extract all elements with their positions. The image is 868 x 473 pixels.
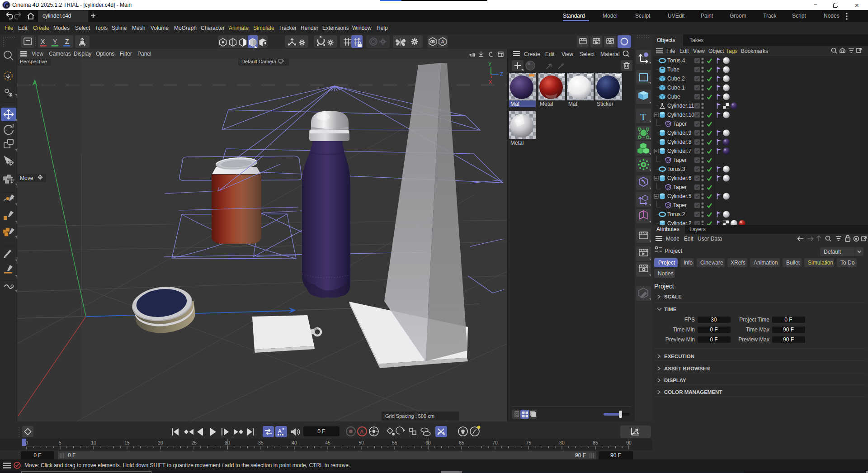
- svg-text:50: 50: [359, 440, 364, 445]
- svg-text:Project: Project: [654, 283, 674, 290]
- svg-text:View: View: [561, 51, 573, 57]
- svg-text:Default Camera: Default Camera: [241, 59, 277, 64]
- svg-text:Taper: Taper: [673, 121, 687, 127]
- svg-text:30: 30: [711, 317, 717, 323]
- svg-text:75: 75: [526, 440, 531, 445]
- svg-text:Edit: Edit: [684, 236, 693, 242]
- svg-text:10: 10: [91, 440, 96, 445]
- svg-text:Project: Project: [658, 260, 675, 266]
- svg-text:TIME: TIME: [664, 307, 677, 312]
- svg-text:Nodes: Nodes: [658, 270, 674, 277]
- svg-text:Grid Spacing : 500 cm: Grid Spacing : 500 cm: [385, 413, 434, 419]
- svg-text:Metal: Metal: [510, 140, 524, 146]
- svg-text:Cylinder.5: Cylinder.5: [667, 193, 692, 199]
- svg-text:Bookmarks: Bookmarks: [741, 48, 768, 54]
- svg-text:0: 0: [25, 440, 28, 445]
- svg-text:X: X: [489, 79, 492, 85]
- svg-text:30: 30: [225, 440, 230, 445]
- svg-text:0 F: 0 F: [68, 452, 75, 459]
- svg-text:To Do: To Do: [840, 260, 855, 266]
- svg-text:Objects: Objects: [657, 37, 675, 43]
- svg-text:Time Min: Time Min: [673, 326, 695, 333]
- svg-text:40: 40: [292, 440, 297, 445]
- svg-text:Mat: Mat: [568, 101, 578, 107]
- svg-text:Project: Project: [665, 248, 682, 254]
- svg-text:85: 85: [593, 440, 598, 445]
- svg-text:Torus.4: Torus.4: [667, 57, 685, 64]
- svg-text:Tube: Tube: [667, 66, 679, 73]
- svg-text:Cube: Cube: [667, 94, 680, 100]
- svg-text:Takes: Takes: [689, 37, 703, 43]
- svg-text:Edit: Edit: [679, 48, 689, 54]
- svg-text:Default: Default: [824, 249, 841, 255]
- svg-text:Object: Object: [708, 48, 724, 54]
- svg-text:SCALE: SCALE: [664, 294, 682, 299]
- svg-text:Create: Create: [524, 51, 540, 57]
- svg-text:90 F: 90 F: [610, 452, 621, 459]
- svg-text:90 F: 90 F: [575, 452, 586, 459]
- svg-text:Edit: Edit: [545, 51, 555, 57]
- svg-text:A: A: [441, 39, 445, 44]
- svg-text:Torus.2: Torus.2: [667, 211, 685, 218]
- svg-text:Torus.3: Torus.3: [667, 166, 685, 172]
- svg-text:Layers: Layers: [689, 226, 706, 232]
- svg-text:EXECUTION: EXECUTION: [664, 354, 694, 359]
- svg-text:Preview Max: Preview Max: [738, 336, 769, 343]
- svg-text:Perspective: Perspective: [20, 59, 47, 64]
- svg-text:90 F: 90 F: [783, 336, 794, 343]
- svg-text:Z: Z: [65, 38, 69, 45]
- svg-text:Tags: Tags: [726, 48, 737, 54]
- svg-text:90: 90: [626, 440, 632, 445]
- svg-text:Sticker: Sticker: [597, 101, 613, 107]
- svg-text:DISPLAY: DISPLAY: [664, 378, 686, 383]
- svg-text:COLOR MANAGEMENT: COLOR MANAGEMENT: [664, 389, 722, 395]
- svg-text:Cylinder.10: Cylinder.10: [667, 112, 694, 118]
- svg-text:View: View: [693, 48, 705, 54]
- svg-text:Y: Y: [53, 38, 57, 45]
- svg-text:Select: Select: [580, 51, 595, 57]
- svg-text:Cylinder.6: Cylinder.6: [667, 175, 692, 181]
- svg-text:Cube.1: Cube.1: [667, 85, 685, 91]
- svg-text:Taper: Taper: [673, 184, 687, 190]
- svg-text:20: 20: [158, 440, 163, 445]
- svg-text:A: A: [278, 428, 282, 434]
- svg-text:Mat: Mat: [510, 101, 520, 107]
- svg-text:Cylinder.9: Cylinder.9: [667, 130, 692, 136]
- svg-text:15: 15: [124, 440, 130, 445]
- svg-text:User Data: User Data: [698, 236, 722, 242]
- svg-text:70: 70: [492, 440, 498, 445]
- svg-text:0 F: 0 F: [710, 336, 717, 343]
- svg-text:35: 35: [258, 440, 264, 445]
- svg-text:0 F: 0 F: [784, 317, 792, 323]
- svg-text:25: 25: [191, 440, 197, 445]
- svg-text:Info: Info: [684, 260, 693, 266]
- svg-text:Preview Min: Preview Min: [665, 336, 695, 343]
- svg-text:5: 5: [59, 440, 61, 445]
- svg-text:Animation: Animation: [754, 260, 778, 266]
- svg-text:Time Max: Time Max: [746, 326, 769, 333]
- svg-text:60: 60: [425, 440, 431, 445]
- svg-text:T: T: [640, 111, 646, 123]
- svg-text:80: 80: [559, 440, 565, 445]
- svg-text:XRefs: XRefs: [731, 260, 745, 266]
- svg-text:FPS: FPS: [684, 317, 695, 323]
- svg-text:90 F: 90 F: [783, 326, 794, 333]
- svg-text:Taper: Taper: [673, 157, 687, 163]
- svg-text:0 F: 0 F: [710, 326, 717, 333]
- svg-text:Project Time: Project Time: [739, 317, 769, 323]
- svg-text:Y: Y: [488, 61, 492, 67]
- svg-text:Material: Material: [600, 51, 620, 57]
- svg-text:Z: Z: [500, 71, 503, 77]
- svg-text:Metal: Metal: [540, 101, 553, 107]
- svg-text:Mode: Mode: [666, 236, 679, 242]
- svg-text:Taper: Taper: [673, 202, 687, 208]
- svg-text:0 F: 0 F: [317, 428, 325, 435]
- svg-text:A: A: [360, 429, 363, 435]
- svg-text:Cube.2: Cube.2: [667, 76, 685, 82]
- svg-text:Cylinder.11: Cylinder.11: [667, 103, 694, 109]
- svg-text:Cylinder.8: Cylinder.8: [667, 139, 692, 145]
- svg-text:Simulation: Simulation: [808, 260, 833, 266]
- svg-text:Move: Move: [20, 175, 33, 181]
- svg-text:ASSET BROWSER: ASSET BROWSER: [664, 366, 710, 371]
- svg-text:55: 55: [392, 440, 397, 445]
